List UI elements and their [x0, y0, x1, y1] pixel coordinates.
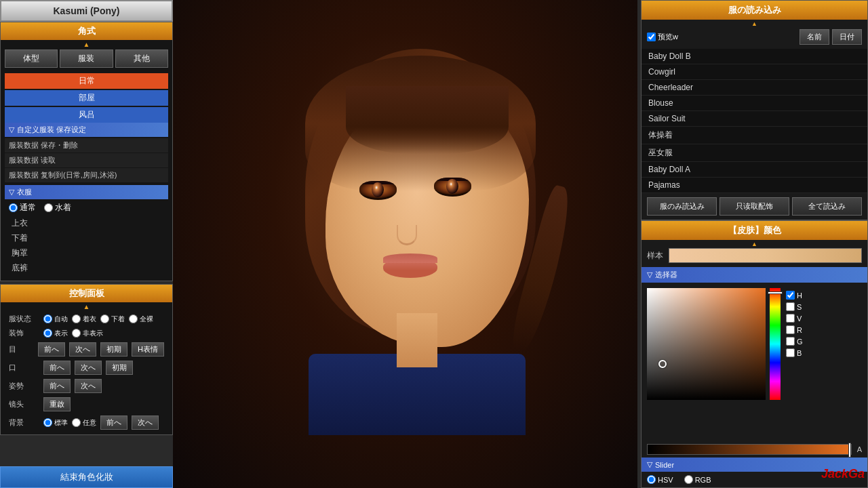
selector-row[interactable]: ▽ 选择器 — [642, 267, 867, 283]
clothes-state-label: 服状态 — [9, 314, 39, 324]
tab-other[interactable]: 其他 — [115, 49, 168, 68]
character-name-bar[interactable]: Kasumi (Pony) — [0, 0, 173, 22]
pose-next-btn[interactable]: 次へ — [75, 379, 102, 393]
chevron-down-icon-3: ▽ — [647, 270, 652, 279]
hair-bangs — [346, 86, 509, 154]
sample-color-box — [669, 248, 862, 263]
control-panel-body: 服状态 自动 着衣 下着 全裸 — [1, 302, 172, 434]
angle-item-room[interactable]: 部屋 — [5, 90, 168, 106]
normal-radio[interactable]: 通常 — [9, 202, 36, 214]
clothes-state-row: 服状态 自动 着衣 下着 全裸 — [5, 312, 168, 326]
g-checkbox[interactable] — [786, 337, 795, 346]
load-accessories-only-btn[interactable]: 只读取配饰 — [719, 197, 789, 216]
bottom-item[interactable]: 下着 — [9, 231, 164, 245]
filter-name-btn[interactable]: 名前 — [800, 29, 829, 45]
face-next-btn[interactable]: 次へ — [75, 361, 102, 375]
pose-prev-btn[interactable]: 前へ — [43, 379, 71, 393]
bra-item[interactable]: 胸罩 — [9, 246, 164, 260]
eye-right — [434, 178, 475, 201]
slider-section[interactable]: ▽ Slider — [642, 458, 867, 472]
eye-prev-btn[interactable]: 前へ — [38, 342, 65, 357]
eye-reset-btn[interactable]: 初期 — [100, 342, 127, 357]
alpha-bar[interactable] — [647, 444, 852, 455]
hide-radio[interactable]: 非表示 — [72, 329, 103, 338]
rgb-radio[interactable]: RGB — [684, 475, 711, 484]
end-button[interactable]: 結束角色化妝 — [0, 466, 173, 488]
camera-label: 镜头 — [9, 399, 39, 409]
pose-label: 姿勢 — [9, 381, 39, 391]
eye-next-btn[interactable]: 次へ — [69, 342, 96, 357]
camera-reset-btn[interactable]: 重啟 — [43, 397, 71, 411]
angle-list: 日常 部屋 风吕 — [5, 73, 168, 123]
nude-radio[interactable]: 全裸 — [129, 314, 153, 324]
bg-prev-btn[interactable]: 前へ — [100, 415, 127, 430]
chevron-down-icon-2: ▽ — [9, 188, 14, 197]
load-clothes-only-btn[interactable]: 服のみ読込み — [647, 197, 717, 216]
top-item[interactable]: 上衣 — [9, 216, 164, 230]
custom-section-header[interactable]: ▽ 自定义服装 保存设定 — [5, 123, 168, 137]
neck — [397, 313, 437, 367]
clothes-item-4[interactable]: Sailor Suit — [642, 111, 867, 127]
clothes-load-header: 服の読み込み — [642, 1, 867, 20]
clothes-item-2[interactable]: Cheerleader — [642, 80, 867, 96]
angle-item-daily[interactable]: 日常 — [5, 73, 168, 89]
accessories-row: 装饰 表示 非表示 — [5, 326, 168, 340]
clothes-item-3[interactable]: Blouse — [642, 96, 867, 111]
color-gradient[interactable] — [647, 288, 766, 400]
swimsuit-radio[interactable]: 水着 — [44, 202, 71, 214]
hue-cursor — [768, 291, 783, 294]
alpha-label: A — [857, 445, 862, 453]
dressed-radio[interactable]: 着衣 — [72, 314, 96, 324]
custom-items: 服装数据 保存・删除 服装数据 读取 服装数据 复制到(日常,房间,沐浴) — [5, 138, 168, 182]
hsv-radio[interactable]: HSV — [647, 475, 673, 484]
clothes-item-0[interactable]: Baby Doll B — [642, 49, 867, 64]
copy-item[interactable]: 服装数据 复制到(日常,房间,沐浴) — [5, 168, 168, 182]
angle-section-body: 体型 服装 其他 日常 部屋 风吕 ▽ 自定义服装 保存设定 服装数据 保存・删… — [1, 40, 172, 281]
show-radio[interactable]: 表示 — [43, 329, 68, 338]
bg-next-btn[interactable]: 次へ — [132, 415, 159, 430]
v-checkbox[interactable] — [786, 314, 795, 323]
skin-color-header: 【皮肤】颜色 — [642, 221, 867, 240]
panties-item[interactable]: 底裤 — [9, 261, 164, 275]
clothes-item-8[interactable]: Pajamas — [642, 178, 867, 193]
clothes-item-5[interactable]: 体操着 — [642, 127, 867, 144]
r-checkbox[interactable] — [786, 325, 795, 334]
eye-expression-btn[interactable]: H表情 — [132, 342, 164, 357]
lips — [383, 259, 437, 278]
control-panel-header: 控制面板 — [1, 285, 172, 302]
pose-row: 姿勢 前へ 次へ — [5, 377, 168, 395]
clothes-subsection-header[interactable]: ▽ 衣服 — [5, 185, 168, 199]
bg-standard-radio[interactable]: 標準 — [43, 418, 68, 428]
filter-date-btn[interactable]: 日付 — [832, 29, 862, 45]
face-reset-btn[interactable]: 初期 — [106, 361, 133, 375]
angle-item-bath[interactable]: 风吕 — [5, 107, 168, 123]
save-delete-item[interactable]: 服装数据 保存・删除 — [5, 138, 168, 152]
auto-radio[interactable]: 自动 — [43, 314, 68, 324]
bg-custom-radio[interactable]: 任意 — [72, 418, 96, 428]
r-check-row: R — [786, 325, 803, 334]
tab-clothes[interactable]: 服装 — [60, 49, 113, 68]
character-name: Kasumi (Pony) — [53, 5, 119, 16]
b-check-row: B — [786, 348, 803, 357]
hue-slider[interactable] — [770, 288, 781, 400]
sample-label: 样本 — [647, 250, 663, 262]
alpha-row: A — [642, 441, 867, 458]
underwear-radio[interactable]: 下着 — [100, 314, 125, 324]
clothes-item-1[interactable]: Cowgirl — [642, 64, 867, 80]
eye-left — [359, 181, 400, 205]
camera-row: 镜头 重啟 — [5, 395, 168, 413]
load-item[interactable]: 服装数据 读取 — [5, 153, 168, 167]
b-checkbox[interactable] — [786, 348, 795, 357]
clothes-list-container[interactable]: Baby Doll B Cowgirl Cheerleader Blouse S… — [642, 49, 867, 193]
s-check-row: S — [786, 302, 803, 311]
clothes-load-section: 服の読み込み 预览w 名前 日付 Baby Doll B Cowgirl Che… — [641, 0, 868, 220]
clothes-item-7[interactable]: Baby Doll A — [642, 162, 867, 178]
face-label: 口 — [9, 363, 39, 373]
face-prev-btn[interactable]: 前へ — [43, 361, 71, 375]
load-all-btn[interactable]: 全て読込み — [792, 197, 862, 216]
tab-body[interactable]: 体型 — [5, 49, 58, 68]
preview-checkbox[interactable]: 预览w — [647, 32, 678, 42]
clothes-item-6[interactable]: 巫女服 — [642, 144, 867, 162]
h-checkbox[interactable] — [786, 291, 795, 300]
s-checkbox[interactable] — [786, 302, 795, 311]
